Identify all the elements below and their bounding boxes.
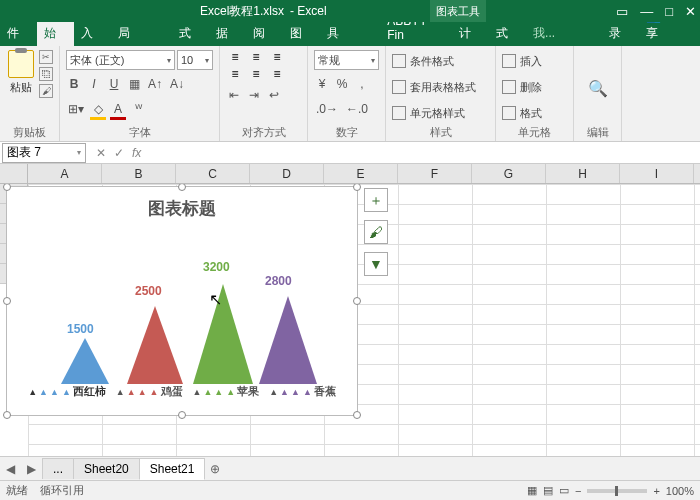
percent-button[interactable]: % — [334, 77, 350, 95]
enter-icon[interactable]: ✓ — [114, 146, 124, 160]
align-right-icon[interactable]: ≡ — [268, 67, 286, 81]
clipboard-label: 剪贴板 — [6, 125, 53, 139]
status-bar: 就绪 循环引用 ▦ ▤ ▭ − + 100% — [0, 480, 700, 500]
comma-button[interactable]: , — [354, 77, 370, 95]
cells-label: 单元格 — [502, 125, 567, 139]
align-top-icon[interactable]: ≡ — [226, 50, 244, 64]
sheet-tab[interactable]: Sheet21 — [139, 458, 206, 480]
legend-item[interactable]: ▲鸡蛋 — [116, 384, 183, 399]
border-button[interactable]: ▦ — [126, 77, 142, 95]
font-shrink-button[interactable]: A↓ — [168, 77, 186, 95]
align-bot-icon[interactable]: ≡ — [268, 50, 286, 64]
zoom-in-button[interactable]: + — [653, 485, 659, 497]
fx-icon[interactable]: fx — [132, 146, 141, 160]
col-header[interactable]: D — [250, 164, 324, 183]
title-bar: Excel教程1.xlsx - Excel 图表工具 ▭ — □ ✕ — [0, 0, 700, 22]
doc-name: Excel教程1.xlsx — [200, 3, 284, 20]
indent-inc-button[interactable]: ⇥ — [246, 88, 262, 106]
borders-button[interactable]: ⊞▾ — [66, 102, 86, 120]
align-center-icon[interactable]: ≡ — [247, 67, 265, 81]
align-left-icon[interactable]: ≡ — [226, 67, 244, 81]
cancel-icon[interactable]: ✕ — [96, 146, 106, 160]
name-box[interactable]: 图表 7▾ — [2, 143, 86, 163]
font-label: 字体 — [66, 125, 213, 139]
view-normal-icon[interactable]: ▦ — [527, 484, 537, 497]
italic-button[interactable]: I — [86, 77, 102, 95]
data-label: 2500 — [135, 284, 162, 298]
view-layout-icon[interactable]: ▤ — [543, 484, 553, 497]
col-header[interactable]: E — [324, 164, 398, 183]
add-sheet-button[interactable]: ⊕ — [204, 462, 226, 476]
inc-decimal-button[interactable]: .0→ — [314, 102, 340, 120]
cell-style-button[interactable]: 单元格样式 — [392, 102, 465, 124]
paste-button[interactable]: 粘贴 — [6, 50, 35, 95]
app-name: - Excel — [290, 4, 327, 18]
maximize-icon[interactable]: □ — [665, 4, 673, 19]
close-icon[interactable]: ✕ — [685, 4, 696, 19]
sheet-tab-more[interactable]: ... — [42, 458, 74, 479]
align-label: 对齐方式 — [226, 125, 301, 139]
format-cells-button[interactable]: 格式 — [502, 102, 542, 124]
zoom-slider[interactable] — [587, 489, 647, 493]
chart-object[interactable]: 图表标题 1500 2500 3200 2800 ↖ ▲西红柿 ▲鸡蛋 ▲苹果 … — [6, 186, 358, 416]
delete-cells-button[interactable]: 删除 — [502, 76, 542, 98]
legend-item[interactable]: ▲香蕉 — [269, 384, 336, 399]
ribbon-opts-icon[interactable]: ▭ — [616, 4, 628, 19]
worksheet-grid[interactable]: 1 2 3 4 5 图表标题 1500 2500 3200 2800 ↖ ▲西红… — [0, 184, 700, 456]
sheet-nav-next[interactable]: ▶ — [21, 462, 42, 476]
formula-bar: 图表 7▾ ✕ ✓ fx — [0, 142, 700, 164]
font-size-combo[interactable]: 10▾ — [177, 50, 213, 70]
indent-dec-button[interactable]: ⇤ — [226, 88, 242, 106]
bar-triangle — [127, 306, 183, 384]
cut-icon[interactable]: ✂ — [39, 50, 53, 64]
data-label: 2800 — [265, 274, 292, 288]
sheet-tab[interactable]: Sheet20 — [73, 458, 140, 479]
copy-icon[interactable]: ⿻ — [39, 67, 53, 81]
view-break-icon[interactable]: ▭ — [559, 484, 569, 497]
find-icon[interactable]: 🔍 — [586, 79, 610, 97]
currency-button[interactable]: ¥ — [314, 77, 330, 95]
fill-color-button[interactable]: ◇ — [90, 102, 106, 120]
phonetic-button[interactable]: ᵂ — [130, 102, 146, 120]
align-mid-icon[interactable]: ≡ — [247, 50, 265, 64]
col-header[interactable]: B — [102, 164, 176, 183]
status-ready: 就绪 — [6, 483, 28, 498]
ribbon: 粘贴 ✂ ⿻ 🖌 剪贴板 宋体 (正文)▾ 10▾ B I U ▦ A↑ A↓ — [0, 46, 700, 142]
chart-plot-area[interactable]: 1500 2500 3200 2800 ↖ — [7, 224, 357, 384]
format-painter-icon[interactable]: 🖌 — [39, 84, 53, 98]
chart-styles-button[interactable]: 🖌 — [364, 220, 388, 244]
font-color-button[interactable]: A — [110, 102, 126, 120]
chart-title[interactable]: 图表标题 — [7, 197, 357, 220]
zoom-level[interactable]: 100% — [666, 485, 694, 497]
wrap-button[interactable]: ↩ — [266, 88, 282, 106]
minimize-icon[interactable]: — — [640, 4, 653, 19]
legend-item[interactable]: ▲苹果 — [193, 384, 260, 399]
number-label: 数字 — [314, 125, 379, 139]
font-name-combo[interactable]: 宋体 (正文)▾ — [66, 50, 175, 70]
table-format-button[interactable]: 套用表格格式 — [392, 76, 476, 98]
legend-item[interactable]: ▲西红柿 — [28, 384, 106, 399]
font-grow-button[interactable]: A↑ — [146, 77, 164, 95]
col-header[interactable]: G — [472, 164, 546, 183]
insert-cells-button[interactable]: 插入 — [502, 50, 542, 72]
chart-tools-label: 图表工具 — [430, 0, 486, 22]
zoom-out-button[interactable]: − — [575, 485, 581, 497]
column-headers: A B C D E F G H I — [0, 164, 700, 184]
chart-elements-button[interactable]: ＋ — [364, 188, 388, 212]
bold-button[interactable]: B — [66, 77, 82, 95]
dec-decimal-button[interactable]: ←.0 — [344, 102, 370, 120]
col-header[interactable]: I — [620, 164, 694, 183]
sheet-nav-prev[interactable]: ◀ — [0, 462, 21, 476]
underline-button[interactable]: U — [106, 77, 122, 95]
number-format-combo[interactable]: 常规▾ — [314, 50, 379, 70]
col-header[interactable]: F — [398, 164, 472, 183]
col-header[interactable]: C — [176, 164, 250, 183]
col-header[interactable]: A — [28, 164, 102, 183]
col-header[interactable]: H — [546, 164, 620, 183]
sheet-tab-bar: ◀ ▶ ... Sheet20 Sheet21 ⊕ — [0, 456, 700, 480]
select-all-cell[interactable] — [0, 164, 28, 183]
chart-filter-button[interactable]: ▼ — [364, 252, 388, 276]
clipboard-icon — [8, 50, 34, 78]
chart-legend[interactable]: ▲西红柿 ▲鸡蛋 ▲苹果 ▲香蕉 — [7, 384, 357, 399]
cond-format-button[interactable]: 条件格式 — [392, 50, 454, 72]
